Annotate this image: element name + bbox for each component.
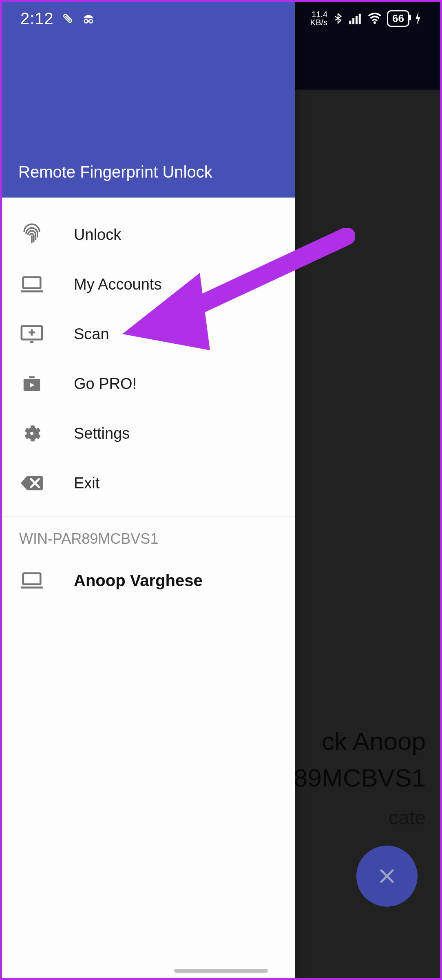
nav-item-label: Unlock (74, 226, 121, 244)
drawer-title: Remote Fingerprint Unlock (18, 163, 212, 181)
status-bar: 2:12 11.4KB/s 66 (2, 2, 440, 35)
nav-item-unlock[interactable]: Unlock (2, 210, 295, 259)
nav-item-label: Scan (74, 325, 109, 343)
signal-icon (349, 12, 362, 24)
svg-point-9 (373, 22, 376, 24)
account-item[interactable]: Anoop Varghese (2, 556, 295, 605)
nav-item-label: Settings (74, 425, 130, 442)
fab-close-button[interactable] (356, 846, 418, 907)
wifi-icon (367, 12, 382, 24)
section-computer-label: WIN-PAR89MCBVS1 (2, 516, 295, 556)
drawer-menu-list: Unlock My Accounts Scan (2, 198, 295, 508)
backspace-icon (19, 470, 44, 496)
fingerprint-icon (19, 222, 44, 247)
laptop-icon (19, 568, 44, 593)
svg-rect-5 (349, 21, 351, 24)
nav-item-settings[interactable]: Settings (2, 409, 295, 458)
svg-point-2 (84, 20, 88, 23)
bandage-icon (61, 12, 74, 25)
incognito-icon (82, 11, 95, 25)
svg-rect-8 (359, 14, 361, 24)
svg-rect-6 (352, 18, 354, 24)
laptop-icon (19, 272, 44, 297)
account-label: Anoop Varghese (74, 571, 203, 590)
nav-item-my-accounts[interactable]: My Accounts (2, 259, 295, 309)
svg-point-3 (89, 20, 93, 23)
nav-item-label: Exit (74, 475, 99, 492)
close-icon (377, 866, 397, 886)
bluetooth-icon (332, 11, 344, 25)
gear-icon (19, 421, 44, 446)
network-speed: 11.4KB/s (310, 10, 327, 26)
nav-item-label: Go PRO! (74, 375, 137, 393)
navigation-drawer: Remote Fingerprint Unlock Unlock (2, 2, 295, 978)
nav-item-scan[interactable]: Scan (2, 309, 295, 359)
svg-rect-16 (23, 573, 41, 584)
nav-item-label: My Accounts (74, 276, 161, 293)
status-time: 2:12 (20, 9, 54, 28)
nav-item-go-pro[interactable]: Go PRO! (2, 359, 295, 409)
shop-icon (19, 371, 44, 396)
svg-rect-7 (356, 16, 358, 24)
svg-rect-10 (23, 277, 41, 288)
battery-indicator: 66 (387, 10, 409, 27)
nav-item-exit[interactable]: Exit (2, 458, 295, 508)
gesture-nav-pill[interactable] (174, 969, 268, 973)
charging-icon (414, 11, 422, 25)
add-screen-icon (19, 321, 44, 347)
